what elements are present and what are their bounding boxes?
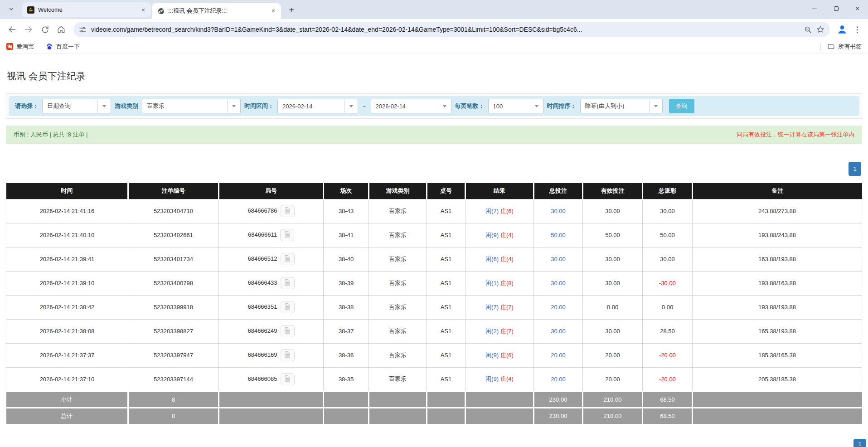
bet-records-table: 时间 注单编号 局号 场次 游戏类别 桌号 结果 总投注 有效投注 总派彩 备注…: [6, 183, 862, 424]
folder-icon: [827, 43, 835, 50]
cell-round: 684666611: [219, 223, 324, 247]
forward-button[interactable]: [21, 22, 36, 37]
video-replay-button[interactable]: [281, 349, 295, 361]
valid-bet-notice: 同局有效投注，统一计算在该局第一张注单内: [737, 131, 854, 139]
video-replay-button[interactable]: [281, 301, 295, 313]
cell-note: 243.88/273.88: [693, 199, 862, 223]
cell-result: 闲(2)庄(7): [466, 319, 534, 343]
bottom-page-1-button[interactable]: 1: [853, 439, 866, 447]
reload-button[interactable]: [37, 22, 53, 37]
cell-result: 闲(9)庄(4): [466, 223, 534, 247]
page-content: 视讯 会员下注纪录 请选择： 日期查询 游戏类别 百家乐 时间区间： 2026-…: [0, 70, 868, 424]
table-body: 2026-02-14 21:41:16523203404710684666786…: [6, 199, 862, 391]
cell-total-bet: 30.00: [534, 247, 583, 271]
home-button[interactable]: [53, 22, 69, 37]
query-type-value: 日期查询: [43, 99, 97, 113]
result-player: 闲(7): [485, 304, 499, 311]
cell-time: 2026-02-14 21:37:10: [6, 367, 128, 391]
cell-session: 38-36: [324, 343, 369, 367]
total-bet-link[interactable]: 30.00: [551, 256, 566, 262]
date-range-label: 时间区间：: [244, 102, 274, 110]
video-file-icon: [284, 327, 291, 335]
url-bar[interactable]: videoie.com/game/betrecord_search/kind3?…: [73, 22, 830, 37]
video-replay-button[interactable]: [280, 229, 294, 241]
video-replay-button[interactable]: [281, 325, 295, 337]
cell-payout: -30.00: [643, 271, 693, 295]
filter-panel: 请选择： 日期查询 游戏类别 百家乐 时间区间： 2026-02-14 ~ 20…: [6, 93, 862, 119]
total-bet-link[interactable]: 20.00: [551, 376, 566, 383]
cell-valid-bet: 20.00: [583, 367, 643, 391]
table-row: 2026-02-14 21:39:41523203401734684666512…: [6, 247, 862, 271]
profile-avatar[interactable]: [834, 22, 850, 37]
select-type-label: 请选择：: [15, 102, 39, 110]
back-button[interactable]: [5, 22, 20, 37]
result-banker: 庄(4): [500, 232, 514, 238]
video-replay-button[interactable]: [281, 253, 295, 265]
total-bet-link[interactable]: 30.00: [551, 328, 566, 335]
browser-menu-button[interactable]: ⋮: [851, 22, 863, 37]
kebab-menu-icon: ⋮: [853, 25, 861, 34]
chevron-down-icon: [530, 99, 543, 113]
cell-result: 闲(1)庄(8): [466, 271, 534, 295]
cell-payout: 0.00: [643, 295, 693, 319]
minimize-button[interactable]: [804, 0, 825, 17]
new-tab-button[interactable]: +: [285, 3, 298, 17]
total-bet-link[interactable]: 30.00: [551, 208, 566, 214]
total-count: 8: [128, 408, 219, 424]
subtotal-payout: 68.50: [643, 391, 693, 408]
total-bet-link[interactable]: 20.00: [551, 304, 566, 311]
per-page-select[interactable]: 100: [488, 99, 543, 113]
cell-bet-id: 523203397144: [128, 367, 219, 391]
reload-icon: [41, 25, 49, 34]
query-button[interactable]: 查询: [669, 99, 694, 113]
close-tab-icon[interactable]: ×: [139, 6, 147, 14]
summary-bar: 币别 : 人民币 | 总共 :8 注单 | 同局有效投注，统一计算在该局第一张注…: [6, 126, 862, 144]
subtotal-total-bet: 230.00: [534, 391, 583, 408]
tab-welcome[interactable]: Welcome ×: [22, 2, 151, 17]
all-bookmarks-button[interactable]: 所有书签: [827, 43, 862, 51]
video-replay-button[interactable]: [281, 277, 295, 289]
cell-time: 2026-02-14 21:39:41: [6, 247, 128, 271]
result-player: 闲(6): [485, 256, 499, 262]
page-1-button[interactable]: 1: [849, 162, 861, 176]
game-kind-select[interactable]: 百家乐: [142, 99, 241, 113]
maximize-button[interactable]: [825, 0, 847, 17]
all-bookmarks-label: 所有书签: [838, 43, 862, 51]
tab-strip: Welcome × :::视讯 会员下注纪录::: × + ×: [0, 0, 868, 19]
tab-betrecord[interactable]: :::视讯 会员下注纪录::: ×: [152, 3, 281, 19]
url-text[interactable]: videoie.com/game/betrecord_search/kind3?…: [91, 26, 800, 33]
site-settings-icon[interactable]: [79, 26, 87, 34]
query-type-select[interactable]: 日期查询: [42, 99, 111, 113]
bookmark-taobao[interactable]: 淘 爱淘宝: [6, 43, 34, 51]
video-file-icon: [284, 375, 291, 384]
video-replay-button[interactable]: [281, 205, 295, 217]
date-start-select[interactable]: 2026-02-14: [277, 99, 358, 113]
total-bet-link[interactable]: 50.00: [551, 232, 566, 238]
close-window-button[interactable]: ×: [847, 0, 868, 17]
total-label: 总计: [6, 408, 128, 424]
zoom-icon[interactable]: [804, 26, 812, 34]
total-bet-link[interactable]: 30.00: [551, 280, 566, 287]
round-number: 684666351: [247, 303, 277, 310]
round-number: 684666433: [247, 279, 277, 286]
subtotal-row: 小计 8 230.00 210.00 68.50: [6, 391, 862, 408]
close-tab-icon[interactable]: ×: [269, 7, 277, 15]
video-replay-button[interactable]: [281, 373, 295, 385]
bookmark-baidu[interactable]: 百度一下: [46, 43, 80, 51]
cell-table-no: AS1: [427, 343, 466, 367]
person-icon: [836, 24, 848, 35]
forward-arrow-icon: [24, 25, 33, 34]
date-end-select[interactable]: 2026-02-14: [371, 99, 451, 113]
sort-select[interactable]: 降幂(由大到小): [580, 99, 663, 113]
result-player: 闲(9): [485, 375, 499, 382]
table-row: 2026-02-14 21:41:16523203404710684666786…: [6, 199, 862, 223]
round-number: 684666786: [247, 207, 277, 214]
result-banker: 庄(4): [500, 256, 514, 262]
total-valid-bet: 210.00: [583, 408, 643, 424]
result-banker: 庄(7): [500, 304, 514, 311]
total-bet-link[interactable]: 20.00: [551, 352, 566, 359]
tab-search-button[interactable]: [5, 3, 18, 17]
bookmark-star-icon[interactable]: [816, 25, 824, 34]
table-row: 2026-02-14 21:37:37523203397947684666169…: [6, 343, 862, 367]
baidu-paw-icon: [46, 43, 53, 50]
